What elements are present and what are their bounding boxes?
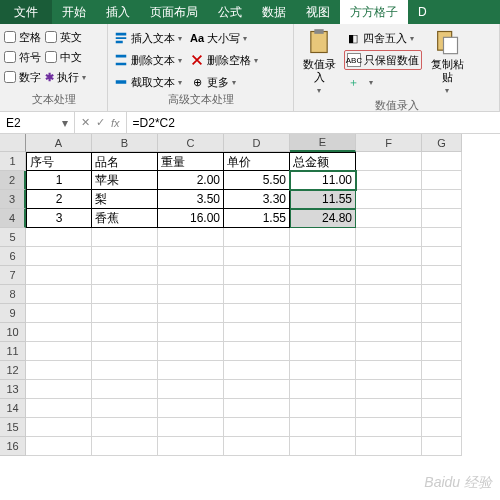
fx-confirm[interactable]: ✓ (96, 116, 105, 129)
row-head-1[interactable]: 1 (0, 152, 26, 171)
cell-F1[interactable] (356, 152, 422, 171)
cell-G7[interactable] (422, 266, 462, 285)
row-head-8[interactable]: 8 (0, 285, 26, 304)
cell-A2[interactable]: 1 (26, 171, 92, 190)
cell-G16[interactable] (422, 437, 462, 456)
cell-D12[interactable] (224, 361, 290, 380)
cell-E14[interactable] (290, 399, 356, 418)
cell-E12[interactable] (290, 361, 356, 380)
cell-A15[interactable] (26, 418, 92, 437)
row-head-15[interactable]: 15 (0, 418, 26, 437)
cell-C10[interactable] (158, 323, 224, 342)
cell-B3[interactable]: 梨 (92, 190, 158, 209)
cell-F14[interactable] (356, 399, 422, 418)
cell-E2[interactable]: 11.00 (290, 171, 356, 190)
cell-C4[interactable]: 16.00 (158, 209, 224, 228)
cell-F2[interactable] (356, 171, 422, 190)
cell-E10[interactable] (290, 323, 356, 342)
cell-B12[interactable] (92, 361, 158, 380)
cell-F16[interactable] (356, 437, 422, 456)
cell-A8[interactable] (26, 285, 92, 304)
row-head-3[interactable]: 3 (0, 190, 26, 209)
chk-chinese[interactable]: 中文 (45, 48, 86, 66)
cell-C8[interactable] (158, 285, 224, 304)
cell-D5[interactable] (224, 228, 290, 247)
cell-D8[interactable] (224, 285, 290, 304)
cell-F4[interactable] (356, 209, 422, 228)
cell-B13[interactable] (92, 380, 158, 399)
cell-C9[interactable] (158, 304, 224, 323)
cell-B11[interactable] (92, 342, 158, 361)
cell-E3[interactable]: 11.55 (290, 190, 356, 209)
cell-G13[interactable] (422, 380, 462, 399)
cell-B10[interactable] (92, 323, 158, 342)
row-head-2[interactable]: 2 (0, 171, 26, 190)
col-F[interactable]: F (356, 134, 422, 152)
cell-E5[interactable] (290, 228, 356, 247)
cell-D10[interactable] (224, 323, 290, 342)
btn-execute[interactable]: ✱执行▾ (45, 68, 86, 86)
cell-D13[interactable] (224, 380, 290, 399)
cell-D6[interactable] (224, 247, 290, 266)
cell-F13[interactable] (356, 380, 422, 399)
cell-B14[interactable] (92, 399, 158, 418)
row-head-9[interactable]: 9 (0, 304, 26, 323)
cell-E1[interactable]: 总金额 (290, 152, 356, 171)
btn-del-space[interactable]: 删除空格 ▾ (188, 50, 260, 70)
fx-cancel[interactable]: ✕ (81, 116, 90, 129)
row-head-4[interactable]: 4 (0, 209, 26, 228)
tab-d[interactable]: D (408, 0, 437, 24)
cell-G3[interactable] (422, 190, 462, 209)
cell-G8[interactable] (422, 285, 462, 304)
cell-D16[interactable] (224, 437, 290, 456)
cell-G12[interactable] (422, 361, 462, 380)
cell-G2[interactable] (422, 171, 462, 190)
tab-file[interactable]: 文件 (0, 0, 52, 24)
cell-B5[interactable] (92, 228, 158, 247)
cell-G14[interactable] (422, 399, 462, 418)
cell-G9[interactable] (422, 304, 462, 323)
cell-C2[interactable]: 2.00 (158, 171, 224, 190)
cell-D15[interactable] (224, 418, 290, 437)
cell-E11[interactable] (290, 342, 356, 361)
cell-C3[interactable]: 3.50 (158, 190, 224, 209)
col-C[interactable]: C (158, 134, 224, 152)
cell-E9[interactable] (290, 304, 356, 323)
btn-extract-text[interactable]: 截取文本 ▾ (112, 72, 184, 92)
cell-B15[interactable] (92, 418, 158, 437)
tab-home[interactable]: 开始 (52, 0, 96, 24)
row-head-10[interactable]: 10 (0, 323, 26, 342)
cell-B4[interactable]: 香蕉 (92, 209, 158, 228)
cell-F3[interactable] (356, 190, 422, 209)
btn-insert-text[interactable]: 插入文本 ▾ (112, 28, 184, 48)
tab-view[interactable]: 视图 (296, 0, 340, 24)
tab-insert[interactable]: 插入 (96, 0, 140, 24)
cell-C12[interactable] (158, 361, 224, 380)
cell-B1[interactable]: 品名 (92, 152, 158, 171)
cell-B2[interactable]: 苹果 (92, 171, 158, 190)
col-E[interactable]: E (290, 134, 356, 152)
cell-C13[interactable] (158, 380, 224, 399)
col-B[interactable]: B (92, 134, 158, 152)
cell-D3[interactable]: 3.30 (224, 190, 290, 209)
cell-C16[interactable] (158, 437, 224, 456)
cell-D1[interactable]: 单价 (224, 152, 290, 171)
col-A[interactable]: A (26, 134, 92, 152)
cell-B9[interactable] (92, 304, 158, 323)
cell-A1[interactable]: 序号 (26, 152, 92, 171)
cell-F7[interactable] (356, 266, 422, 285)
btn-copy-paste[interactable]: 复制粘贴▾ (426, 26, 468, 98)
cell-F15[interactable] (356, 418, 422, 437)
cell-F12[interactable] (356, 361, 422, 380)
cell-A5[interactable] (26, 228, 92, 247)
cell-E7[interactable] (290, 266, 356, 285)
cell-C5[interactable] (158, 228, 224, 247)
cell-A14[interactable] (26, 399, 92, 418)
btn-round[interactable]: ◧四舍五入 ▾ (344, 28, 422, 48)
cell-B7[interactable] (92, 266, 158, 285)
cell-B6[interactable] (92, 247, 158, 266)
cell-E4[interactable]: 24.80 (290, 209, 356, 228)
col-D[interactable]: D (224, 134, 290, 152)
chk-space[interactable]: 空格 (4, 28, 41, 46)
cell-G5[interactable] (422, 228, 462, 247)
